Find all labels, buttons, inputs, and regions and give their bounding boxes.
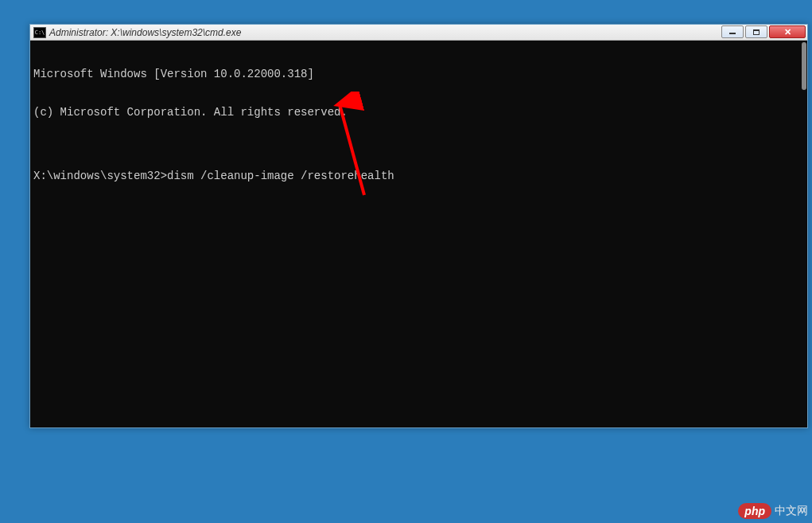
watermark: php 中文网: [738, 503, 808, 519]
window-controls: ✕: [721, 25, 806, 38]
terminal-prompt: X:\windows\system32>: [33, 170, 167, 182]
maximize-button[interactable]: [745, 25, 767, 38]
minimize-icon: [729, 33, 736, 34]
close-button[interactable]: ✕: [769, 25, 806, 38]
watermark-logo: php: [738, 503, 771, 519]
cmd-icon: C:\: [33, 27, 46, 38]
terminal-prompt-line: X:\windows\system32>dism /cleanup-image …: [33, 170, 804, 182]
close-icon: ✕: [784, 28, 791, 37]
window-title: Administrator: X:\windows\system32\cmd.e…: [49, 27, 241, 38]
titlebar[interactable]: C:\ Administrator: X:\windows\system32\c…: [30, 25, 807, 41]
minimize-button[interactable]: [721, 25, 744, 38]
maximize-icon: [753, 29, 760, 35]
terminal-command: dism /cleanup-image /restorehealth: [167, 170, 394, 182]
scrollbar-thumb[interactable]: [802, 42, 806, 90]
cmd-window: C:\ Administrator: X:\windows\system32\c…: [29, 24, 808, 428]
terminal-output-line: (c) Microsoft Corporation. All rights re…: [33, 106, 804, 119]
terminal-output-line: Microsoft Windows [Version 10.0.22000.31…: [33, 68, 804, 80]
watermark-text: 中文网: [775, 504, 808, 518]
terminal-area[interactable]: Microsoft Windows [Version 10.0.22000.31…: [30, 41, 807, 427]
